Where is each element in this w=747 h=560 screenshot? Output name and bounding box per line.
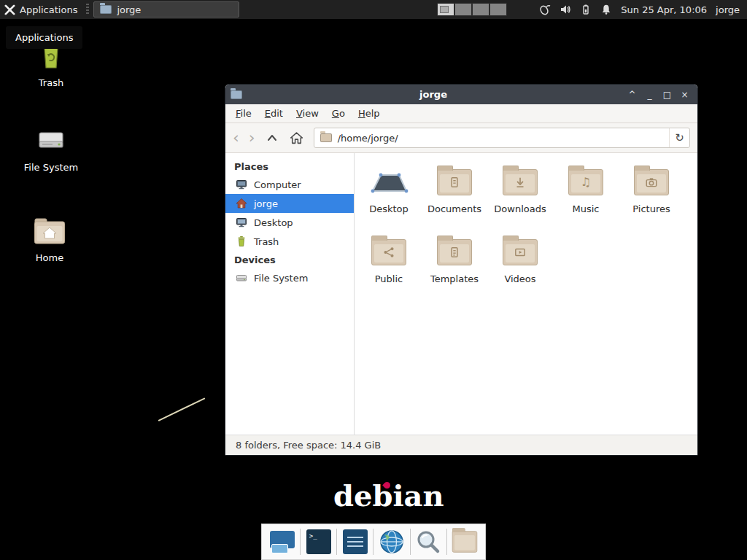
menu-help[interactable]: Help xyxy=(352,106,387,121)
sidebar-item-computer[interactable]: Computer xyxy=(225,175,354,194)
file-item-downloads[interactable]: Downloads xyxy=(487,163,553,214)
desktop-icon-label: Home xyxy=(36,252,63,263)
panel-handle xyxy=(86,4,89,15)
folder-icon xyxy=(452,531,477,553)
sidebar-item-jorge[interactable]: jorge xyxy=(225,194,354,213)
file-label: Downloads xyxy=(494,203,546,214)
sidebar-item-label: jorge xyxy=(254,198,278,209)
template-emblem-icon xyxy=(448,246,461,259)
sidebar-item-label: Desktop xyxy=(254,217,293,228)
dock-separator xyxy=(446,529,447,555)
volume-icon[interactable] xyxy=(560,4,571,15)
workspace-2[interactable] xyxy=(454,3,472,16)
menu-file[interactable]: File xyxy=(229,106,258,121)
desktop-icon-filesystem[interactable]: File System xyxy=(18,124,84,173)
workspace-pager xyxy=(437,3,507,16)
file-label: Documents xyxy=(427,203,481,214)
document-emblem-icon xyxy=(448,176,461,189)
sidebar-item-trash[interactable]: Trash xyxy=(225,232,354,251)
dock-web-browser-button[interactable] xyxy=(376,526,407,557)
shade-button[interactable]: ^ xyxy=(624,87,640,102)
menubar: File Edit View Go Help xyxy=(225,104,697,123)
toolbar: ‹ › /home/jorge/ ↻ xyxy=(225,123,697,153)
dock-terminal-button[interactable]: >_ xyxy=(303,526,334,557)
file-item-desktop[interactable]: Desktop xyxy=(356,163,422,214)
panel-clock[interactable]: Sun 25 Apr, 10:06 xyxy=(621,4,707,15)
file-label: Public xyxy=(375,273,403,284)
close-button[interactable]: × xyxy=(677,87,692,102)
sidebar-item-label: Trash xyxy=(254,236,279,247)
battery-icon[interactable] xyxy=(580,4,592,15)
hard-drive-icon xyxy=(236,272,247,284)
panel-username: jorge xyxy=(716,4,740,15)
debian-logo: debian xyxy=(333,481,444,510)
dock-file-manager-button[interactable] xyxy=(449,526,480,557)
applications-menu-label: Applications xyxy=(20,4,77,15)
bottom-dock: >_ xyxy=(261,524,486,560)
path-text: /home/jorge/ xyxy=(338,133,669,144)
folder-icon xyxy=(634,163,669,201)
file-item-pictures[interactable]: Pictures xyxy=(619,163,684,214)
folder-icon xyxy=(503,163,538,201)
applications-tooltip: Applications xyxy=(6,26,82,49)
maximize-button[interactable]: □ xyxy=(659,87,675,102)
file-label: Pictures xyxy=(632,203,670,214)
folder-icon: ♫ xyxy=(568,163,603,201)
share-emblem-icon xyxy=(382,246,395,259)
file-item-public[interactable]: Public xyxy=(356,233,422,284)
dock-separator xyxy=(300,529,301,555)
folder-icon xyxy=(437,233,472,271)
sidebar-item-filesystem[interactable]: File System xyxy=(225,268,354,287)
video-emblem-icon xyxy=(514,246,527,259)
file-manager-window: jorge ^ _ □ × File Edit View Go Help ‹ ›… xyxy=(225,84,698,456)
workspace-1[interactable] xyxy=(437,3,454,16)
taskbar-window-button[interactable]: jorge xyxy=(93,1,239,18)
computer-icon xyxy=(236,179,247,190)
window-titlebar[interactable]: jorge ^ _ □ × xyxy=(225,85,697,104)
devices-header: Devices xyxy=(225,251,354,268)
location-bar-input[interactable]: /home/jorge/ ↻ xyxy=(314,128,690,148)
forward-button[interactable]: › xyxy=(249,131,255,145)
file-list: Desktop Documents xyxy=(355,153,697,435)
home-folder-icon xyxy=(33,216,66,246)
desktop-mat-icon xyxy=(368,163,409,201)
menu-view[interactable]: View xyxy=(290,106,325,121)
window-folder-icon[interactable] xyxy=(231,90,242,99)
desktop-icon-label: Trash xyxy=(39,77,63,88)
file-item-templates[interactable]: Templates xyxy=(422,233,487,284)
file-item-music[interactable]: ♫ Music xyxy=(553,163,619,214)
minimize-button[interactable]: _ xyxy=(642,87,657,102)
back-button[interactable]: ‹ xyxy=(233,131,239,145)
trash-icon xyxy=(236,236,247,247)
workspace-4[interactable] xyxy=(489,3,507,16)
desktop-icon-home[interactable]: Home xyxy=(17,216,82,263)
reload-button[interactable]: ↻ xyxy=(669,128,689,147)
dock-show-desktop-button[interactable] xyxy=(267,526,298,557)
cursor-trail-line xyxy=(158,397,206,421)
path-folder-icon xyxy=(320,133,332,142)
dock-console-button[interactable] xyxy=(340,526,371,557)
home-button[interactable] xyxy=(289,131,304,145)
top-panel: Applications jorge Sun 25 Apr, 10:06 xyxy=(0,0,747,19)
sidebar-item-desktop[interactable]: Desktop xyxy=(225,213,354,232)
download-emblem-icon xyxy=(514,176,527,189)
workspace-3[interactable] xyxy=(472,3,489,16)
menu-go[interactable]: Go xyxy=(325,106,352,121)
home-icon xyxy=(236,198,247,209)
file-label: Templates xyxy=(430,273,479,284)
file-item-documents[interactable]: Documents xyxy=(422,163,487,214)
up-button[interactable] xyxy=(265,131,279,144)
file-label: Desktop xyxy=(369,203,409,214)
dock-app-finder-button[interactable] xyxy=(413,526,444,557)
notification-bell-icon[interactable] xyxy=(600,4,612,15)
dock-separator xyxy=(410,529,411,555)
music-emblem-icon: ♫ xyxy=(581,176,591,188)
mouse-settings-icon[interactable] xyxy=(539,4,551,15)
applications-menu-button[interactable]: Applications xyxy=(0,0,85,19)
menu-edit[interactable]: Edit xyxy=(258,106,290,121)
sidebar-item-label: File System xyxy=(254,273,308,284)
file-item-videos[interactable]: Videos xyxy=(487,233,553,284)
dock-separator xyxy=(336,529,337,555)
console-icon xyxy=(343,529,368,554)
globe-icon xyxy=(379,529,405,555)
